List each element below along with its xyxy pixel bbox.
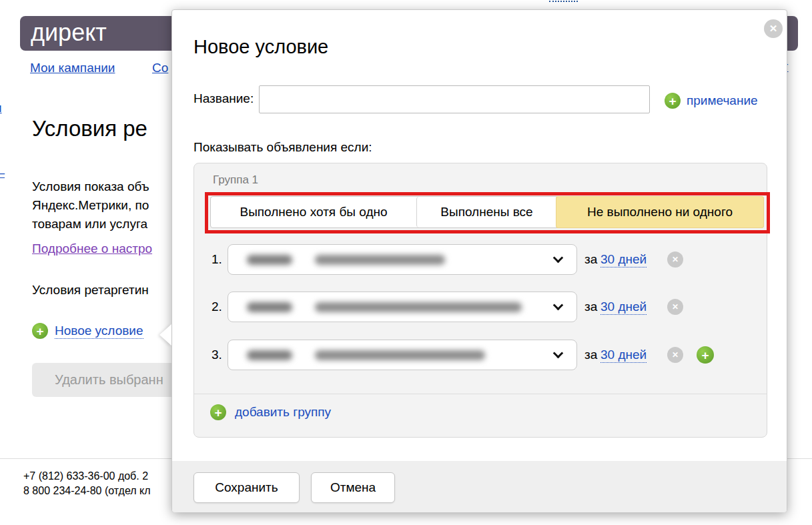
- group-divider: [194, 394, 767, 394]
- remove-condition-icon[interactable]: ✕: [667, 347, 683, 363]
- screen: директ Мои кампании Со ог и — Условия ре…: [0, 0, 812, 525]
- delete-selected-button[interactable]: Удалить выбранн: [32, 363, 192, 397]
- more-about-settings-link[interactable]: Подробнее о настро: [32, 241, 152, 256]
- period-link[interactable]: 30 дней: [600, 300, 647, 315]
- add-group-link[interactable]: + добавить группу: [210, 404, 331, 420]
- add-group-link-label: добавить группу: [235, 405, 331, 420]
- goal-select[interactable]: [228, 292, 577, 322]
- cancel-button[interactable]: Отмена: [311, 472, 395, 503]
- plus-icon: +: [32, 323, 48, 339]
- new-condition-link-row[interactable]: + Новое условие: [32, 323, 143, 339]
- new-condition-modal: ✕ Новое условие Название: + примечание П…: [171, 9, 787, 512]
- goal-select[interactable]: [228, 244, 577, 275]
- add-note-link[interactable]: + примечание: [665, 93, 758, 109]
- save-button[interactable]: Сохранить: [193, 472, 300, 503]
- remove-condition-icon[interactable]: ✕: [667, 251, 683, 268]
- page-description: Условия показа объ Яндекс.Метрики, по то…: [32, 177, 149, 233]
- condition-group-1: Группа 1 Выполнено хотя бы одно Выполнен…: [193, 163, 767, 438]
- tab-all-fulfilled[interactable]: Выполнены все: [416, 197, 556, 227]
- name-input[interactable]: [259, 85, 650, 113]
- close-icon[interactable]: ✕: [764, 19, 783, 38]
- blurred-goal-source: [247, 255, 292, 265]
- chevron-down-icon: [553, 300, 564, 310]
- condition-row: 1. за 30 дней ✕: [194, 244, 768, 275]
- name-label: Название:: [193, 91, 254, 106]
- blurred-goal-name: [315, 255, 445, 265]
- blurred-goal-source: [247, 302, 292, 312]
- blurred-goal-source: [247, 350, 292, 360]
- period-preposition: за: [584, 252, 597, 267]
- period-preposition: за: [584, 348, 597, 362]
- modal-footer: Сохранить Отмена: [172, 461, 787, 512]
- goal-select[interactable]: [228, 340, 577, 370]
- blurred-goal-name: [315, 350, 485, 360]
- retargeting-conditions-subheading: Условия ретаргетин: [32, 283, 149, 298]
- row-number: 1.: [212, 252, 222, 267]
- period-preposition: за: [584, 300, 597, 314]
- add-note-link-label: примечание: [687, 93, 758, 108]
- chevron-down-icon: [553, 252, 564, 263]
- chevron-down-icon: [553, 348, 564, 358]
- top-cropped-dotted-link[interactable]: [549, 0, 578, 2]
- modal-title: Новое условие: [193, 36, 328, 58]
- blurred-goal-name: [315, 302, 522, 312]
- modal-callout-arrow: [159, 324, 171, 346]
- row-number: 2.: [212, 300, 222, 314]
- new-condition-link-label: Новое условие: [55, 324, 143, 339]
- condition-row: 2. за 30 дней ✕: [194, 292, 768, 322]
- nav-my-campaigns[interactable]: Мои кампании: [30, 61, 115, 75]
- tab-any-fulfilled[interactable]: Выполнено хотя бы одно: [211, 197, 416, 227]
- page-title-retargeting: Условия ре: [32, 116, 147, 141]
- condition-row: 3. за 30 дней ✕ +: [194, 340, 768, 370]
- period-link[interactable]: 30 дней: [600, 252, 647, 268]
- footer-phones: +7 (812) 633-36-00 доб. 2 8 800 234-24-8…: [23, 469, 151, 498]
- show-ads-if-label: Показывать объявления если:: [193, 140, 372, 155]
- add-condition-icon[interactable]: +: [697, 346, 714, 364]
- period-link[interactable]: 30 дней: [600, 348, 647, 363]
- plus-icon: +: [665, 93, 681, 109]
- direct-logo-text: директ: [31, 19, 107, 46]
- group-label: Группа 1: [213, 173, 258, 187]
- tab-none-fulfilled[interactable]: Не выполнено ни одного: [556, 196, 764, 228]
- left-edge-link-fragment-2[interactable]: —: [0, 165, 5, 180]
- nav-create-campaign-cropped[interactable]: Со: [152, 61, 168, 75]
- remove-condition-icon[interactable]: ✕: [667, 299, 683, 315]
- left-edge-link-fragment-1[interactable]: и: [0, 101, 2, 115]
- plus-icon: +: [210, 404, 226, 420]
- match-mode-tabs: Выполнено хотя бы одно Выполнены все Не …: [210, 196, 764, 228]
- row-number: 3.: [212, 348, 222, 362]
